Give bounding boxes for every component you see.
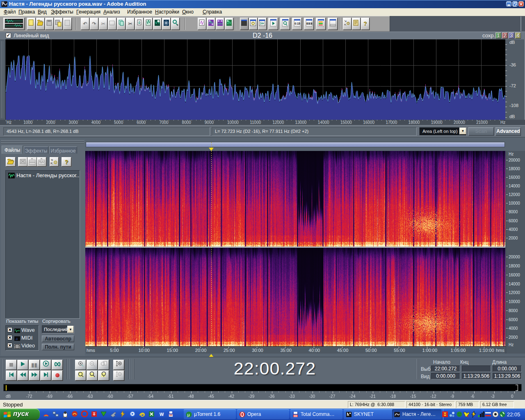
svg-text:W: W — [160, 412, 164, 417]
svg-text:⇲: ⇲ — [50, 158, 53, 161]
svg-text:⇱: ⇱ — [50, 162, 53, 165]
svg-text:⚙: ⚙ — [53, 160, 58, 165]
svg-text:⚙: ⚙ — [346, 21, 350, 26]
svg-text:µ: µ — [187, 412, 190, 417]
svg-text:0:15: 0:15 — [294, 22, 300, 25]
svg-text:EEE: EEE — [306, 22, 313, 25]
svg-text:♫: ♫ — [15, 337, 18, 341]
